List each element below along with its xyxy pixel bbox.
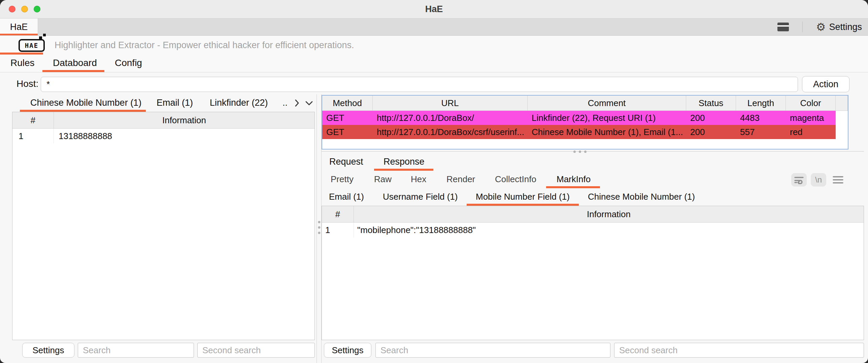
window-titlebar: HaE — [0, 0, 868, 19]
tab-email[interactable]: Email (1) — [157, 94, 193, 111]
column-header-information[interactable]: Information — [354, 206, 864, 222]
column-header-color[interactable]: Color — [786, 96, 836, 111]
main-nav-tabs: Rules Databoard Config — [0, 55, 868, 72]
tab-request[interactable]: Request — [329, 153, 363, 170]
column-header-comment[interactable]: Comment — [528, 96, 686, 111]
settings-button[interactable]: Settings — [324, 343, 371, 358]
cell-method: GET — [322, 111, 373, 125]
layout-toggle-icon[interactable] — [777, 23, 789, 31]
cell-status: 200 — [686, 125, 736, 139]
close-button[interactable] — [9, 6, 16, 12]
minimize-button[interactable] — [21, 6, 28, 12]
maximize-button[interactable] — [34, 6, 40, 12]
word-wrap-icon — [794, 175, 804, 184]
cell-status: 200 — [686, 111, 736, 125]
tab-overflow-ellipsis[interactable]: .. — [282, 94, 287, 111]
mark-tab-mobile-number-field[interactable]: Mobile Number Field (1) — [476, 188, 570, 205]
tab-render[interactable]: Render — [446, 171, 475, 187]
tab-chinese-mobile-number[interactable]: Chinese Mobile Number (1) — [30, 94, 142, 111]
left-panel-footer: Settings — [12, 343, 316, 358]
host-input[interactable] — [41, 77, 798, 92]
app-window: HaE HaE ⚙ Settings HAE Highlighter and E… — [0, 0, 868, 363]
markinfo-tabs: Email (1) Username Field (1) Mobile Numb… — [321, 188, 864, 206]
table-row[interactable]: 1 "mobilephone":"13188888888" — [322, 222, 864, 237]
settings-button[interactable]: Settings — [22, 343, 74, 358]
column-header-num[interactable]: # — [322, 206, 354, 222]
active-tab-indicator — [42, 70, 104, 72]
horizontal-splitter[interactable] — [321, 150, 864, 153]
column-header-information[interactable]: Information — [54, 112, 314, 128]
host-label: Host: — [17, 72, 38, 95]
tab-rules[interactable]: Rules — [10, 55, 35, 71]
chevron-right-icon[interactable] — [294, 99, 300, 108]
cell-length: 4483 — [736, 111, 786, 125]
search-input[interactable] — [375, 343, 611, 358]
hae-logo: HAE — [19, 39, 45, 52]
column-header-method[interactable]: Method — [322, 96, 373, 111]
tab-markinfo[interactable]: MarkInfo — [557, 171, 591, 187]
action-button[interactable]: Action — [802, 76, 849, 92]
window-controls — [9, 6, 40, 12]
view-mode-tabs: Pretty Raw Hex Render CollectInfo MarkIn… — [321, 171, 864, 188]
tab-hex[interactable]: Hex — [411, 171, 426, 187]
editor-menu-button[interactable] — [832, 173, 844, 186]
mark-tab-username-field[interactable]: Username Field (1) — [383, 188, 458, 205]
burp-tab-bar: HaE ⚙ Settings — [0, 19, 868, 36]
logo-pixel-decoration — [43, 34, 46, 36]
row-num: 1 — [12, 129, 54, 144]
extension-header: HAE Highlighter and Extractor - Empower … — [0, 36, 868, 55]
cell-method: GET — [322, 125, 373, 139]
row-information: "mobilephone":"13188888888" — [354, 222, 864, 237]
column-header-num[interactable]: # — [12, 112, 54, 128]
tab-databoard[interactable]: Databoard — [53, 55, 97, 71]
column-header-length[interactable]: Length — [736, 96, 786, 111]
burp-tab-label: HaE — [10, 22, 28, 32]
second-search-input[interactable] — [197, 343, 315, 358]
cell-comment: Chinese Mobile Number (1), Email (1... — [528, 125, 686, 139]
logo-pixel-decoration — [39, 36, 42, 39]
host-bar: Host: Action — [0, 72, 868, 95]
active-tab-indicator — [0, 34, 38, 35]
settings-label: Settings — [829, 22, 862, 32]
tab-linkfinder[interactable]: Linkfinder (22) — [210, 94, 268, 111]
mark-tab-chinese-mobile-number[interactable]: Chinese Mobile Number (1) — [588, 188, 695, 205]
newline-toggle[interactable]: \n — [811, 173, 826, 186]
settings-button[interactable]: ⚙ Settings — [816, 22, 862, 32]
cell-url: http://127.0.0.1/DoraBox/ — [373, 111, 528, 125]
gear-icon: ⚙ — [816, 22, 826, 32]
cell-comment: Linkfinder (22), Request URI (1) — [528, 111, 686, 125]
tab-collectinfo[interactable]: CollectInfo — [495, 171, 536, 187]
column-header-status[interactable]: Status — [686, 96, 736, 111]
toolbar-divider — [802, 22, 803, 32]
hae-logo-text: HAE — [25, 42, 38, 49]
extracted-data-table: # Information 1 13188888888 — [12, 112, 315, 340]
column-header-url[interactable]: URL — [373, 96, 528, 111]
menu-icon — [833, 176, 843, 184]
tab-response[interactable]: Response — [383, 153, 425, 170]
row-information: 13188888888 — [54, 129, 314, 144]
vertical-splitter[interactable] — [316, 94, 321, 363]
request-row[interactable]: GET http://127.0.0.1/DoraBox/csrf/userin… — [322, 125, 848, 139]
request-table: Method URL Comment Status Length Color G… — [321, 95, 848, 150]
tab-raw[interactable]: Raw — [374, 171, 392, 187]
table-header: # Information — [12, 112, 314, 129]
data-type-tabs: Chinese Mobile Number (1) Email (1) Link… — [12, 94, 316, 112]
window-title: HaE — [0, 0, 868, 18]
search-input[interactable] — [78, 343, 194, 358]
table-row[interactable]: 1 13188888888 — [12, 129, 314, 144]
mark-tab-email[interactable]: Email (1) — [329, 188, 364, 205]
tab-pretty[interactable]: Pretty — [331, 171, 353, 187]
right-panel-footer: Settings — [321, 343, 864, 358]
tab-config[interactable]: Config — [115, 55, 142, 71]
right-panel: Method URL Comment Status Length Color G… — [321, 94, 864, 363]
second-search-input[interactable] — [614, 343, 864, 358]
cell-url: http://127.0.0.1/DoraBox/csrf/userinf... — [373, 125, 528, 139]
request-row[interactable]: GET http://127.0.0.1/DoraBox/ Linkfinder… — [322, 111, 848, 125]
burp-tab-hae[interactable]: HaE — [0, 19, 38, 35]
table-header: # Information — [322, 206, 864, 222]
tagline: Highlighter and Extractor - Empower ethi… — [55, 36, 354, 55]
message-tabs: Request Response — [321, 153, 864, 171]
chevron-down-icon[interactable] — [304, 100, 314, 107]
word-wrap-toggle[interactable] — [791, 173, 807, 186]
newline-icon: \n — [815, 175, 822, 184]
